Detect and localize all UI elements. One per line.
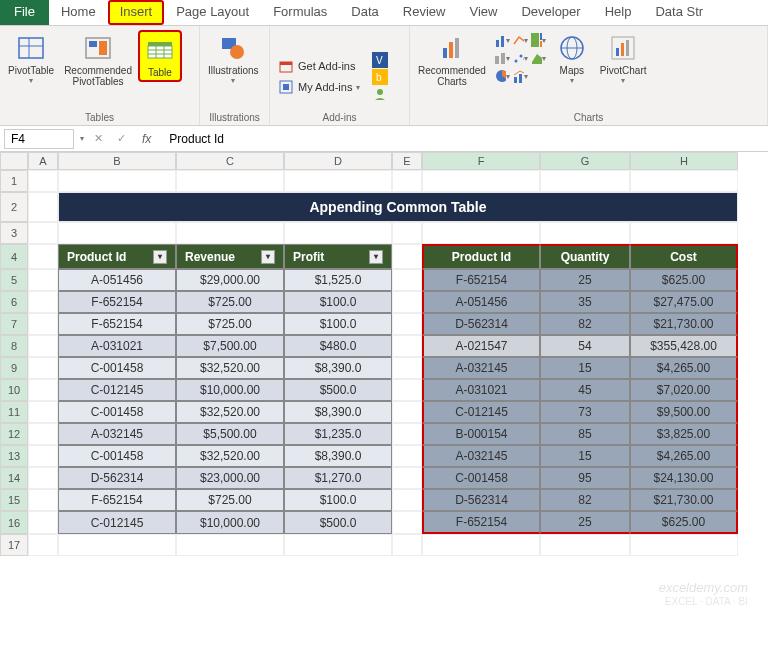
recommended-pivottables-button[interactable]: Recommended PivotTables: [60, 30, 136, 89]
treemap-icon[interactable]: ▾: [530, 32, 546, 48]
table-cell[interactable]: F-652154: [58, 313, 176, 335]
table-cell[interactable]: $32,520.00: [176, 401, 284, 423]
table-cell[interactable]: A-051456: [422, 291, 540, 313]
table-cell[interactable]: $21,730.00: [630, 489, 738, 511]
table-cell[interactable]: $4,265.00: [630, 357, 738, 379]
table-cell[interactable]: $5,500.00: [176, 423, 284, 445]
name-box[interactable]: [4, 129, 74, 149]
table-cell[interactable]: 25: [540, 511, 630, 534]
cell[interactable]: [392, 291, 422, 313]
cell[interactable]: [392, 534, 422, 556]
combo-chart-icon[interactable]: ▾: [512, 68, 528, 84]
maps-button[interactable]: Maps ▾: [550, 30, 594, 87]
table-cell[interactable]: 82: [540, 489, 630, 511]
cell[interactable]: [28, 534, 58, 556]
table-cell[interactable]: $725.00: [176, 313, 284, 335]
table-cell[interactable]: $24,130.00: [630, 467, 738, 489]
fx-icon[interactable]: fx: [136, 132, 157, 146]
row-head[interactable]: 11: [0, 401, 28, 423]
table-cell[interactable]: $3,825.00: [630, 423, 738, 445]
cell[interactable]: [28, 313, 58, 335]
table-cell[interactable]: 25: [540, 269, 630, 291]
cell[interactable]: [422, 534, 540, 556]
cell[interactable]: [28, 192, 58, 222]
cancel-formula-icon[interactable]: ✕: [90, 132, 107, 145]
table-cell[interactable]: $9,500.00: [630, 401, 738, 423]
left-header[interactable]: Profit▾: [284, 244, 392, 269]
row-head[interactable]: 17: [0, 534, 28, 556]
table-cell[interactable]: $32,520.00: [176, 357, 284, 379]
table-cell[interactable]: C-001458: [58, 401, 176, 423]
tab-page-layout[interactable]: Page Layout: [164, 0, 261, 25]
table-cell[interactable]: 15: [540, 445, 630, 467]
row-head[interactable]: 5: [0, 269, 28, 291]
cell[interactable]: [392, 511, 422, 534]
cell[interactable]: [392, 269, 422, 291]
file-tab[interactable]: File: [0, 0, 49, 25]
table-cell[interactable]: $4,265.00: [630, 445, 738, 467]
table-cell[interactable]: 82: [540, 313, 630, 335]
cell[interactable]: [28, 445, 58, 467]
col-head-f[interactable]: F: [422, 152, 540, 170]
table-cell[interactable]: F-652154: [422, 269, 540, 291]
name-box-dropdown-icon[interactable]: ▾: [80, 134, 84, 143]
pivotchart-button[interactable]: PivotChart ▾: [596, 30, 651, 87]
pivottable-button[interactable]: PivotTable ▾: [4, 30, 58, 87]
table-cell[interactable]: B-000154: [422, 423, 540, 445]
cell[interactable]: [176, 534, 284, 556]
cell[interactable]: [392, 489, 422, 511]
formula-input[interactable]: [163, 130, 764, 148]
cell[interactable]: [28, 511, 58, 534]
col-head-a[interactable]: A: [28, 152, 58, 170]
row-head[interactable]: 1: [0, 170, 28, 192]
tab-help[interactable]: Help: [593, 0, 644, 25]
table-cell[interactable]: A-031021: [422, 379, 540, 401]
table-cell[interactable]: $1,235.0: [284, 423, 392, 445]
table-cell[interactable]: $500.0: [284, 379, 392, 401]
table-cell[interactable]: F-652154: [58, 291, 176, 313]
cell[interactable]: [540, 534, 630, 556]
cell[interactable]: [284, 170, 392, 192]
row-head[interactable]: 16: [0, 511, 28, 534]
cell[interactable]: [284, 534, 392, 556]
col-head-e[interactable]: E: [392, 152, 422, 170]
cell[interactable]: [392, 357, 422, 379]
table-cell[interactable]: A-051456: [58, 269, 176, 291]
table-cell[interactable]: $725.00: [176, 489, 284, 511]
table-cell[interactable]: $480.0: [284, 335, 392, 357]
table-cell[interactable]: 85: [540, 423, 630, 445]
table-cell[interactable]: 35: [540, 291, 630, 313]
cell[interactable]: [630, 534, 738, 556]
col-head-b[interactable]: B: [58, 152, 176, 170]
filter-icon[interactable]: ▾: [153, 250, 167, 264]
left-header[interactable]: Product Id▾: [58, 244, 176, 269]
cell[interactable]: [28, 335, 58, 357]
row-head[interactable]: 6: [0, 291, 28, 313]
table-cell[interactable]: A-032145: [58, 423, 176, 445]
cell[interactable]: [392, 170, 422, 192]
cell[interactable]: [28, 423, 58, 445]
row-head[interactable]: 4: [0, 244, 28, 269]
tab-view[interactable]: View: [457, 0, 509, 25]
table-cell[interactable]: $100.0: [284, 291, 392, 313]
table-cell[interactable]: $8,390.0: [284, 445, 392, 467]
tab-insert[interactable]: Insert: [108, 0, 165, 25]
select-all-corner[interactable]: [0, 152, 28, 170]
table-cell[interactable]: $27,475.00: [630, 291, 738, 313]
table-cell[interactable]: $7,020.00: [630, 379, 738, 401]
cell[interactable]: [176, 170, 284, 192]
cell[interactable]: [28, 401, 58, 423]
row-head[interactable]: 8: [0, 335, 28, 357]
hierarchy-chart-icon[interactable]: ▾: [494, 50, 510, 66]
sheet-title[interactable]: Appending Common Table: [58, 192, 738, 222]
row-head[interactable]: 10: [0, 379, 28, 401]
cell[interactable]: [28, 222, 58, 244]
cell[interactable]: [28, 357, 58, 379]
people-icon[interactable]: [372, 86, 388, 102]
table-cell[interactable]: $7,500.00: [176, 335, 284, 357]
table-cell[interactable]: A-031021: [58, 335, 176, 357]
filter-icon[interactable]: ▾: [261, 250, 275, 264]
tab-developer[interactable]: Developer: [509, 0, 592, 25]
cell[interactable]: [422, 222, 540, 244]
pie-chart-icon[interactable]: ▾: [494, 68, 510, 84]
